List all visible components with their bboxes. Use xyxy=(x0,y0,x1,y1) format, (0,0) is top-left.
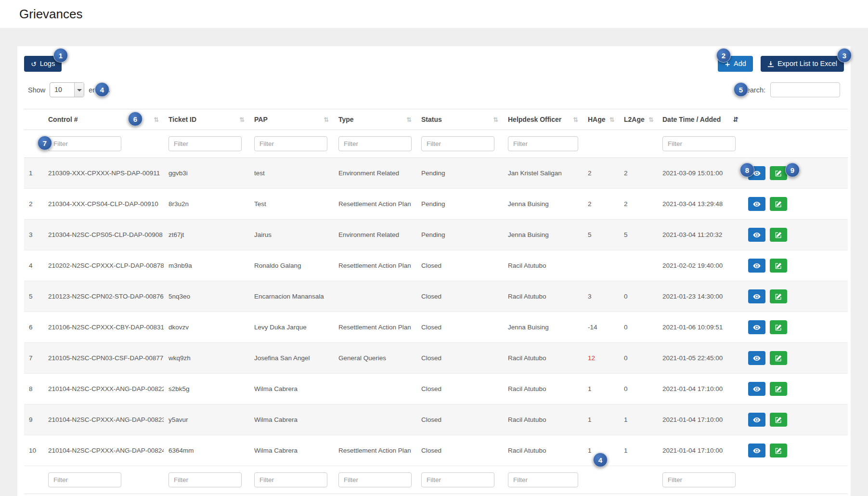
cell-control: 210304-XXX-CPS04-CLP-DAP-00910 xyxy=(43,189,164,220)
cell-num: 2 xyxy=(24,189,43,220)
cell-officer: Racil Atutubo xyxy=(503,343,583,374)
edit-button[interactable] xyxy=(770,382,787,396)
filter-cell-ticket xyxy=(164,130,249,158)
filter-input-type-top[interactable] xyxy=(338,136,412,151)
edit-button[interactable] xyxy=(770,166,787,180)
edit-button[interactable] xyxy=(770,444,787,457)
filter-input-pap-top[interactable] xyxy=(254,136,327,151)
export-button[interactable]: Export List to Excel xyxy=(761,56,844,72)
filter-cell-actions xyxy=(743,466,848,494)
column-header-officer[interactable]: Helpdesk Officer⇅ xyxy=(503,109,583,130)
view-button[interactable] xyxy=(748,289,765,303)
column-header-status[interactable]: Status⇅ xyxy=(416,109,503,130)
cell-ticket: y5avur xyxy=(164,405,249,435)
search-control: Search: xyxy=(741,82,840,97)
edit-button[interactable] xyxy=(770,228,787,242)
sort-desc-icon: ⇵ xyxy=(733,116,738,123)
filter-input-officer-top[interactable] xyxy=(508,136,578,151)
filter-input-status-top[interactable] xyxy=(421,136,494,151)
edit-button[interactable] xyxy=(770,351,787,365)
column-header-control[interactable]: Control #⇅ xyxy=(43,109,164,130)
page-length-select[interactable]: 10 xyxy=(50,82,84,97)
filter-input-date-bottom[interactable] xyxy=(662,472,736,487)
edit-button[interactable] xyxy=(770,320,787,334)
edit-button[interactable] xyxy=(770,289,787,303)
cell-type xyxy=(334,405,416,435)
annotation-badge-7: 7 xyxy=(38,136,52,150)
history-icon: ↺ xyxy=(31,61,37,67)
view-button[interactable] xyxy=(748,444,765,457)
column-header-date[interactable]: Date Time / Added⇵ xyxy=(658,109,743,130)
view-button[interactable] xyxy=(748,320,765,334)
filter-input-ticket-bottom[interactable] xyxy=(168,472,242,487)
logs-button-label: Logs xyxy=(40,60,55,68)
cell-pap: Jairus xyxy=(249,220,334,250)
cell-status: Pending xyxy=(416,220,503,250)
content: ↺ Logs + Add Export List to Excel Sh xyxy=(0,28,868,496)
column-header-l2age[interactable]: L2Age⇅ xyxy=(619,109,658,130)
cell-control: 210104-N2SC-CPXXX-ANG-DAP-00823 xyxy=(43,405,164,435)
annotation-badge-6: 6 xyxy=(128,112,143,126)
cell-actions xyxy=(743,405,848,435)
page: Grievances ↺ Logs + Add Export List to E… xyxy=(0,0,868,496)
cell-actions xyxy=(743,220,848,250)
cell-l2age xyxy=(619,250,658,281)
cell-ticket: zt67jt xyxy=(164,220,249,250)
cell-l2age: 0 xyxy=(619,312,658,343)
column-header-ticket[interactable]: Ticket ID⇅ xyxy=(164,109,249,130)
column-header-pap[interactable]: PAP⇅ xyxy=(249,109,334,130)
view-button[interactable] xyxy=(748,259,765,273)
cell-actions xyxy=(743,435,848,466)
cell-type: Resettlement Action Plan xyxy=(334,189,416,220)
cell-pap: Wilma Cabrera xyxy=(249,435,334,466)
cell-num: 6 xyxy=(24,312,43,343)
filter-input-date-top[interactable] xyxy=(662,136,736,151)
cell-officer: Jenna Buising xyxy=(503,189,583,220)
table-row: 1210309-XXX-CPXXX-NPS-DAP-00911ggvb3ites… xyxy=(24,158,848,189)
filter-input-control-top[interactable] xyxy=(48,136,121,151)
view-button[interactable] xyxy=(748,197,765,211)
view-button[interactable] xyxy=(748,351,765,365)
column-header-type[interactable]: Type⇅ xyxy=(334,109,416,130)
view-button[interactable] xyxy=(748,228,765,242)
page-length-value: 10 xyxy=(50,83,74,97)
filter-row-bottom xyxy=(24,466,848,494)
cell-date: 2021-01-06 10:09:51 xyxy=(658,312,743,343)
export-button-label: Export List to Excel xyxy=(777,60,837,68)
cell-ticket: ggvb3i xyxy=(164,158,249,189)
column-header-hage[interactable]: HAge⇅ xyxy=(583,109,619,130)
cell-ticket: s2bk5g xyxy=(164,374,249,405)
edit-button[interactable] xyxy=(770,197,787,211)
filter-input-control-bottom[interactable] xyxy=(48,472,121,487)
edit-button[interactable] xyxy=(770,259,787,273)
cell-date: 2021-03-04 11:20:32 xyxy=(658,220,743,250)
cell-status: Closed xyxy=(416,250,503,281)
edit-button[interactable] xyxy=(770,413,787,427)
cell-ticket: 5nq3eo xyxy=(164,281,249,312)
eye-icon xyxy=(753,231,761,239)
search-input[interactable] xyxy=(770,82,840,97)
filter-cell-date xyxy=(658,130,743,158)
table-row: 3210304-N2SC-CPS05-CLP-DAP-00908zt67jtJa… xyxy=(24,220,848,250)
cell-hage: 12 xyxy=(583,343,619,374)
sort-icon: ⇅ xyxy=(324,116,329,123)
cell-date: 2021-03-09 15:01:00 xyxy=(658,158,743,189)
view-button[interactable] xyxy=(748,382,765,396)
annotation-badge-1: 1 xyxy=(53,48,68,63)
filter-cell-control xyxy=(43,130,164,158)
column-label-ticket: Ticket ID xyxy=(168,116,196,123)
cell-hage: 1 xyxy=(583,374,619,405)
cell-status: Closed xyxy=(416,435,503,466)
filter-input-pap-bottom[interactable] xyxy=(254,472,327,487)
filter-input-status-bottom[interactable] xyxy=(421,472,494,487)
table-row: 5210123-N2SC-CPN02-STO-DAP-008765nq3eoEn… xyxy=(24,281,848,312)
filter-input-ticket-top[interactable] xyxy=(168,136,242,151)
eye-icon xyxy=(753,262,761,270)
filter-input-officer-bottom[interactable] xyxy=(508,472,578,487)
cell-date: 2021-01-23 14:30:00 xyxy=(658,281,743,312)
cell-type: Resettlement Action Plan xyxy=(334,435,416,466)
view-button[interactable] xyxy=(748,413,765,427)
filter-input-type-bottom[interactable] xyxy=(338,472,412,487)
cell-pap: Josefina San Angel xyxy=(249,343,334,374)
cell-officer: Racil Atutubo xyxy=(503,281,583,312)
